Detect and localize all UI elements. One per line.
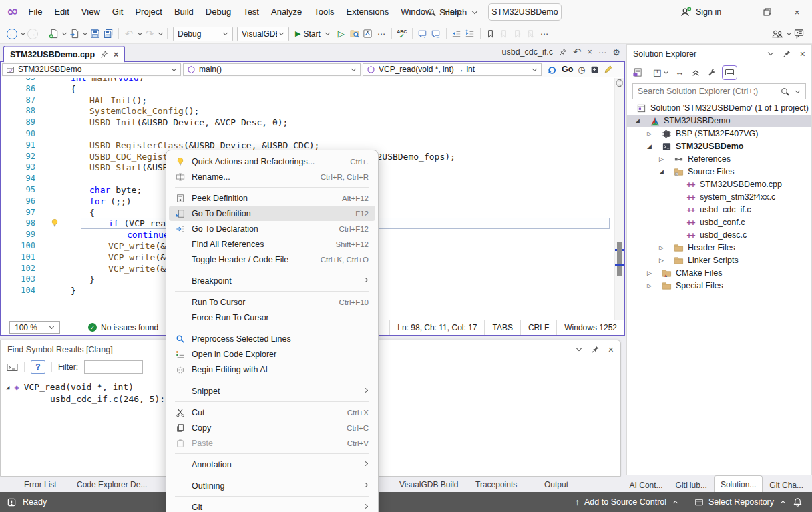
tree-item-system-stm32f4xx-c[interactable]: ++system_stm32f4xx.c xyxy=(627,191,811,204)
right-tab-git-cha[interactable]: Git Cha... xyxy=(763,477,809,493)
context-item-git[interactable]: Git xyxy=(169,499,375,512)
menu-edit[interactable]: Edit xyxy=(48,0,75,24)
restore-button[interactable] xyxy=(752,0,782,24)
line-number[interactable]: 97 xyxy=(1,207,35,218)
preview-selected-items-toggle[interactable] xyxy=(722,65,737,80)
line-number[interactable]: 91 xyxy=(1,140,35,151)
menu-debug[interactable]: Debug xyxy=(200,0,237,24)
save-icon[interactable] xyxy=(88,26,102,42)
select-repository-button[interactable]: Select Repository xyxy=(694,497,786,507)
tree-item-solution-stm32usbdemo-1-of-1-project[interactable]: Solution 'STM32USBDemo' (1 of 1 project) xyxy=(627,102,811,115)
more-options-icon[interactable]: ⋯ xyxy=(598,47,607,57)
solution-name-pill[interactable]: STM32USBDemo xyxy=(488,3,562,21)
tree-item-usbd-conf-c[interactable]: ++usbd_conf.c xyxy=(627,216,811,229)
prev-bookmark-icon[interactable] xyxy=(497,26,511,42)
right-tab-ai-cont[interactable]: AI Cont... xyxy=(624,477,669,493)
context-item-breakpoint[interactable]: Breakpoint xyxy=(169,273,375,288)
line-number[interactable]: 104 xyxy=(1,285,35,296)
line-number[interactable]: 103 xyxy=(1,274,35,285)
menu-project[interactable]: Project xyxy=(129,0,168,24)
bottom-tab-code-explorer-de[interactable]: Code Explorer De... xyxy=(77,477,147,493)
properties-wrench-icon[interactable] xyxy=(706,65,717,80)
history-filter-icon[interactable]: ◳ xyxy=(653,65,669,80)
code-line-86[interactable]: 86{ xyxy=(1,83,614,95)
line-number[interactable]: 87 xyxy=(1,95,35,106)
indent-mode[interactable]: TABS xyxy=(484,320,520,335)
line-number[interactable]: 99 xyxy=(1,229,35,240)
collapsed-arrow-icon[interactable]: ▷ xyxy=(647,127,652,140)
close-button[interactable]: × xyxy=(782,0,812,24)
minimize-button[interactable]: — xyxy=(722,0,752,24)
chevron-down-icon[interactable] xyxy=(138,30,142,35)
menu-test[interactable]: Test xyxy=(237,0,265,24)
bottom-tab-tracepoints[interactable]: Tracepoints xyxy=(475,477,517,493)
indent-increase-icon[interactable] xyxy=(463,26,477,42)
save-all-icon[interactable] xyxy=(102,26,115,42)
tree-item-header-files[interactable]: ▷Header Files xyxy=(627,242,811,254)
live-share-icon[interactable] xyxy=(770,26,785,42)
line-number[interactable]: 101 xyxy=(1,252,35,263)
menu-git[interactable]: Git xyxy=(106,0,130,24)
context-item-copy[interactable]: CopyCtrl+C xyxy=(169,420,375,435)
line-number[interactable]: 95 xyxy=(1,184,35,196)
filter-input[interactable] xyxy=(84,360,143,374)
context-item-open-in-code-explorer[interactable]: Open in Code Explorer xyxy=(169,346,375,362)
indent-decrease-icon[interactable] xyxy=(450,26,463,42)
tree-item-usbd-desc-c[interactable]: ++usbd_desc.c xyxy=(627,229,811,242)
chevron-down-icon[interactable] xyxy=(576,345,582,350)
uncomment-icon[interactable] xyxy=(429,26,443,42)
pin-icon[interactable] xyxy=(100,51,108,59)
context-item-go-to-definition[interactable]: Go To DefinitionF12 xyxy=(169,206,375,221)
tree-item-cmake-files[interactable]: ▷CMake Files xyxy=(627,267,811,280)
symbol-dropdown[interactable]: VCP_read(void *, int) → int xyxy=(363,63,542,76)
line-number[interactable]: 89 xyxy=(1,117,35,128)
undo-icon[interactable]: ↶ xyxy=(122,26,136,42)
start-debugging-button[interactable]: ▶Start xyxy=(291,26,335,42)
chevron-down-icon[interactable] xyxy=(62,30,67,35)
collapsed-arrow-icon[interactable]: ▷ xyxy=(659,153,664,166)
chevron-down-icon[interactable] xyxy=(21,30,25,35)
tree-item-special-files[interactable]: ▷Special Files xyxy=(627,280,811,292)
line-number[interactable]: 94 xyxy=(1,173,35,184)
line-number[interactable]: 98 xyxy=(1,218,35,229)
expanded-arrow-icon[interactable]: ◢ xyxy=(6,384,9,391)
context-item-cut[interactable]: CutCtrl+X xyxy=(169,405,375,420)
tree-item-stm32usbdemo[interactable]: ◢STM32USBDemo xyxy=(627,115,811,127)
tree-item-source-files[interactable]: ◢Source Files xyxy=(627,166,811,178)
right-tab-github[interactable]: GitHub... xyxy=(670,477,713,493)
chevron-down-icon[interactable] xyxy=(787,30,791,35)
code-line-85[interactable]: 85int main(void) xyxy=(1,78,614,83)
start-without-debugging-icon[interactable]: ▷ xyxy=(335,26,348,42)
tree-item-stm32usbdemo[interactable]: ◢STM32USBDemo xyxy=(627,140,811,153)
compare-icon[interactable] xyxy=(590,65,599,74)
line-number[interactable]: 93 xyxy=(1,162,35,173)
scope-dropdown[interactable]: main() xyxy=(183,63,361,76)
sync-with-active-document-icon[interactable]: ↔ xyxy=(674,65,685,80)
pin-icon[interactable] xyxy=(591,345,600,354)
chevron-down-icon[interactable] xyxy=(83,30,87,35)
line-number[interactable]: 96 xyxy=(1,196,35,207)
right-tab-solution[interactable]: Solution... xyxy=(714,475,763,493)
context-item-outlining[interactable]: Outlining xyxy=(169,478,375,493)
tree-item-usbd-cdc-if-c[interactable]: ++usbd_cdc_if.c xyxy=(627,204,811,216)
close-tab-icon[interactable]: × xyxy=(588,47,592,57)
tab-stm32usbdemo-cpp[interactable]: STM32USBDemo.cpp × xyxy=(3,46,125,63)
context-item-begin-editing-with-ai[interactable]: Begin Editing with AI xyxy=(169,362,375,377)
find-in-files-icon[interactable] xyxy=(348,26,361,42)
solution-search-box[interactable]: Search Solution Explorer (Ctrl+;) xyxy=(632,83,806,99)
project-dropdown[interactable]: STM32USBDemo xyxy=(2,63,181,76)
encoding[interactable]: Windows 1252 xyxy=(556,320,624,335)
context-item-snippet[interactable]: Snippet xyxy=(169,383,375,399)
scrollbar-thumb[interactable] xyxy=(617,242,622,276)
context-item-go-to-declaration[interactable]: Go To DeclarationCtrl+F12 xyxy=(169,221,375,236)
results-options-icon[interactable] xyxy=(7,362,18,372)
code-line-90[interactable]: 90 xyxy=(1,128,614,140)
context-item-force-run-to-cursor[interactable]: Force Run To Cursor xyxy=(169,310,375,325)
edit-icon[interactable] xyxy=(604,65,613,74)
code-line-87[interactable]: 87HAL_Init(); xyxy=(1,95,614,106)
undo-close-icon[interactable]: ↶ xyxy=(573,46,582,58)
new-file-icon[interactable] xyxy=(47,26,60,42)
add-to-source-control-button[interactable]: ↑ Add to Source Control xyxy=(575,497,678,507)
collapsed-arrow-icon[interactable]: ▷ xyxy=(647,267,652,280)
pin-icon[interactable] xyxy=(559,48,567,56)
